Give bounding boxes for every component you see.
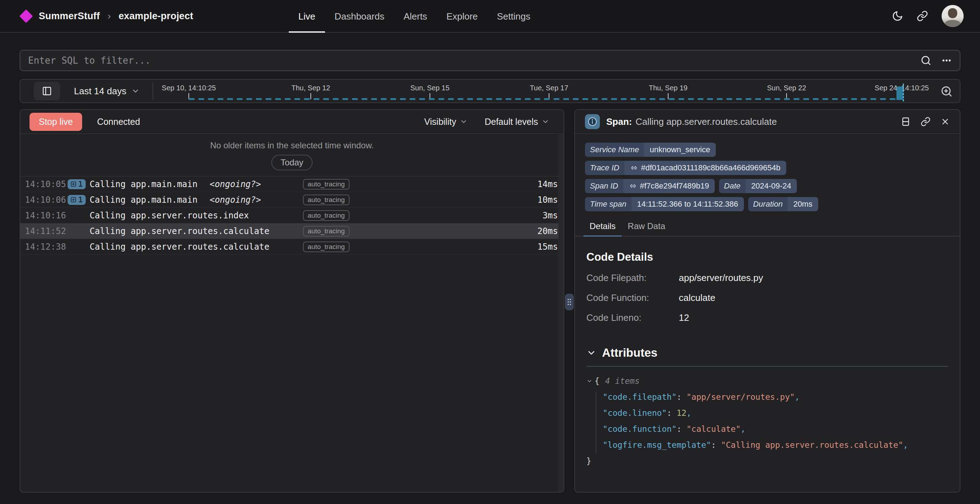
timeline-tick-label: Sun, Sep 15: [410, 84, 449, 92]
tag-auto-tracing[interactable]: auto_tracing: [303, 210, 350, 221]
panel-resize-handle[interactable]: [565, 294, 574, 310]
row-timestamp: 14:11:52: [25, 226, 68, 236]
row-message: Calling app.server.routes.calculate: [90, 226, 303, 236]
badge-value: 14:11:52.366 to 14:11:52.386: [632, 197, 744, 211]
log-row[interactable]: 14:10:06 1 Calling app.main.main<ongoing…: [20, 192, 563, 208]
tab-alerts[interactable]: Alerts: [394, 0, 437, 33]
time-range-dropdown[interactable]: Last 14 days: [74, 80, 140, 102]
row-timestamp: 14:12:38: [25, 242, 68, 252]
timeline-tick-label: Thu, Sep 19: [649, 84, 688, 92]
plus-square-icon: [70, 197, 76, 203]
dark-mode-moon-icon[interactable]: [892, 10, 903, 22]
tab-explore[interactable]: Explore: [437, 0, 487, 33]
divider: [153, 83, 153, 100]
stop-live-button[interactable]: Stop live: [30, 113, 82, 131]
ongoing-suffix: <ongoing?>: [210, 179, 261, 189]
code-filepath-row: Code Filepath: app/server/routes.py: [586, 273, 948, 284]
row-message: Calling app.main.main<ongoing?>: [90, 195, 303, 205]
code-lineno-value: 12: [679, 312, 948, 323]
json-root-line[interactable]: { 4 items: [586, 373, 948, 389]
badge-value: 2024-09-24: [746, 179, 797, 193]
span-id-badge[interactable]: Span ID #f7c8e294f7489b19: [585, 179, 715, 193]
tab-raw-data[interactable]: Raw Data: [622, 218, 671, 236]
code-function-label: Code Function:: [586, 292, 679, 303]
attributes-heading: Attributes: [602, 346, 657, 360]
scrollbar[interactable]: [558, 135, 563, 492]
top-nav: SummerStuff › example-project Live Dashb…: [0, 0, 980, 33]
sql-filter-placeholder: Enter SQL to filter...: [28, 55, 150, 66]
project-name[interactable]: example-project: [118, 11, 193, 22]
badge-label: Duration: [748, 197, 788, 211]
span-metadata-badges: Service Name unknown_service Trace ID #d…: [575, 134, 960, 211]
span-panel-header: Span:Calling app.server.routes.calculate: [575, 110, 960, 134]
log-row[interactable]: 14:10:16 Calling app.server.routes.index…: [20, 208, 563, 223]
items-count: 4 items: [605, 373, 640, 389]
timeline-tick-label: Sun, Sep 22: [767, 84, 806, 92]
chevron-down-icon: [542, 118, 549, 126]
row-message: Calling app.server.routes.calculate: [90, 242, 303, 252]
logfire-logo-icon: [19, 9, 33, 23]
timeline-tick-label: Thu, Sep 12: [291, 84, 330, 92]
log-row[interactable]: 14:10:05 1 Calling app.main.main<ongoing…: [20, 176, 563, 192]
collapsed-spans-badge[interactable]: 1: [68, 179, 86, 189]
json-entry: logfire.msg_templateCalling app.server.r…: [586, 437, 948, 453]
timeline-activity-spike: [896, 86, 903, 100]
close-icon[interactable]: [940, 117, 950, 126]
time-range-label: Last 14 days: [74, 86, 126, 97]
zoom-in-icon[interactable]: [940, 85, 953, 97]
tag-auto-tracing[interactable]: auto_tracing: [303, 226, 350, 236]
collapsed-count: 1: [78, 180, 83, 188]
sidebar-toggle-button[interactable]: [34, 82, 60, 100]
json-close-line: }: [586, 453, 948, 469]
trace-id-badge[interactable]: Trace ID #df01acad0311189c8b66a466d96965…: [585, 161, 786, 175]
user-avatar[interactable]: [942, 5, 964, 27]
info-icon: [585, 114, 600, 129]
tab-dashboards[interactable]: Dashboards: [325, 0, 394, 33]
log-row[interactable]: 14:12:38 Calling app.server.routes.calcu…: [20, 239, 563, 255]
more-options-icon[interactable]: [941, 55, 952, 66]
tag-auto-tracing[interactable]: auto_tracing: [303, 179, 350, 190]
badge-label: Span ID: [585, 179, 624, 193]
row-duration: 20ms: [537, 226, 558, 236]
json-indent-guide: [596, 392, 596, 454]
tab-settings[interactable]: Settings: [487, 0, 540, 33]
workspace-name[interactable]: SummerStuff: [39, 11, 100, 22]
code-function-row: Code Function: calculate: [586, 292, 948, 303]
tag-auto-tracing[interactable]: auto_tracing: [303, 241, 350, 252]
log-row-selected[interactable]: 14:11:52 Calling app.server.routes.calcu…: [20, 223, 563, 239]
tab-details[interactable]: Details: [584, 218, 622, 236]
nav-tabs: Live Dashboards Alerts Explore Settings: [289, 0, 540, 33]
tab-live[interactable]: Live: [289, 0, 325, 33]
badge-label: Service Name: [585, 143, 644, 157]
code-function-value: calculate: [679, 292, 948, 303]
badge-label: Trace ID: [585, 161, 624, 175]
log-rows: 14:10:05 1 Calling app.main.main<ongoing…: [20, 176, 563, 255]
chevron-down-icon: [460, 118, 468, 126]
tag-auto-tracing[interactable]: auto_tracing: [303, 195, 350, 205]
badge-label: Time span: [585, 197, 632, 211]
timeline-tick-label: Tue, Sep 17: [530, 84, 568, 92]
visibility-dropdown[interactable]: Visibility: [424, 116, 468, 127]
code-details-heading: Code Details: [586, 251, 948, 263]
plus-square-icon: [70, 181, 76, 187]
attributes-section-toggle[interactable]: Attributes: [586, 346, 948, 360]
chevron-down-icon: [131, 87, 140, 95]
search-icon[interactable]: [921, 55, 931, 66]
time-range-bar: Last 14 days Sep 10, 14:10:25 Thu, Sep 1…: [19, 79, 961, 103]
default-levels-dropdown[interactable]: Default levels: [485, 116, 549, 127]
breadcrumb: SummerStuff › example-project: [21, 11, 193, 22]
row-duration: 15ms: [537, 242, 558, 252]
divider: [586, 366, 948, 367]
collapsed-spans-badge[interactable]: 1: [68, 195, 86, 205]
row-message: Calling app.main.main<ongoing?>: [90, 179, 303, 189]
split-panel-icon[interactable]: [901, 116, 911, 127]
chevron-down-icon: [586, 348, 596, 358]
sql-filter-bar[interactable]: Enter SQL to filter...: [19, 50, 961, 71]
collapse-chevron-icon[interactable]: [586, 378, 592, 384]
today-button[interactable]: Today: [271, 155, 313, 171]
share-link-icon[interactable]: [917, 10, 928, 22]
code-lineno-label: Code Lineno:: [586, 312, 679, 323]
row-message: Calling app.server.routes.index: [90, 211, 303, 220]
copy-link-icon[interactable]: [921, 116, 931, 127]
timeline-now-cursor[interactable]: [903, 84, 904, 101]
